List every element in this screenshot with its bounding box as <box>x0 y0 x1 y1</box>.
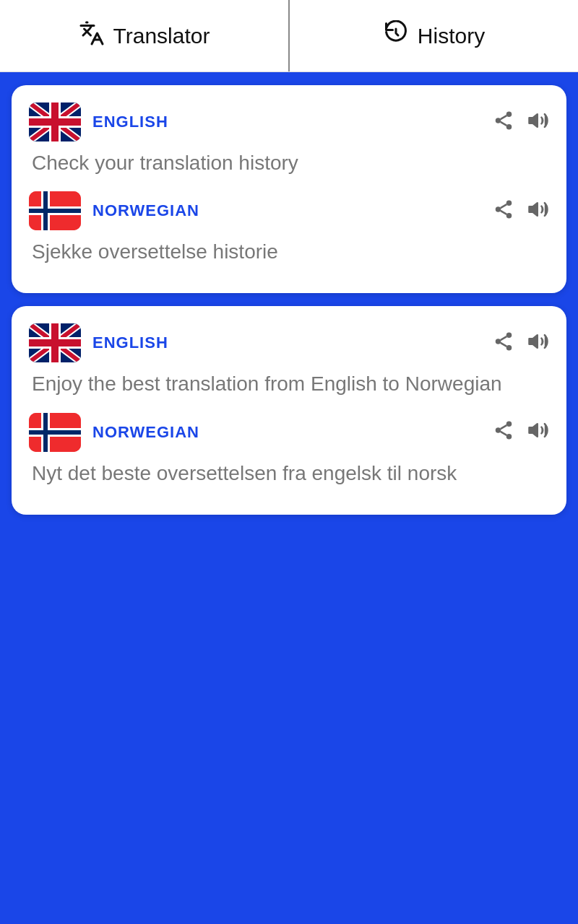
source-lang-label: ENGLISH <box>92 334 481 352</box>
source-section: ENGLISH <box>29 323 549 398</box>
target-share-button[interactable] <box>493 199 514 224</box>
svg-point-21 <box>496 206 501 212</box>
svg-rect-8 <box>29 118 81 126</box>
history-tab-label: History <box>418 24 485 48</box>
no-flag <box>29 191 81 230</box>
svg-point-11 <box>506 124 512 130</box>
content-area: ENGLISH <box>0 72 578 924</box>
source-icons <box>493 331 549 356</box>
svg-point-10 <box>496 118 501 123</box>
svg-line-13 <box>501 116 507 119</box>
uk-flag <box>29 103 81 141</box>
target-section: NORWEGIAN <box>29 191 549 266</box>
svg-point-9 <box>506 111 512 117</box>
svg-rect-34 <box>29 339 81 346</box>
target-text: Nyt det beste oversettelsen fra engelsk … <box>29 459 549 487</box>
source-icons <box>493 110 549 135</box>
svg-point-47 <box>496 427 501 433</box>
source-section: ENGLISH <box>29 103 549 177</box>
app-header: Translator History <box>0 0 578 72</box>
svg-point-37 <box>506 345 512 351</box>
translate-icon <box>79 20 105 52</box>
svg-point-35 <box>506 332 512 338</box>
source-sound-button[interactable] <box>527 110 549 135</box>
svg-line-39 <box>501 336 507 340</box>
target-lang-label: NORWEGIAN <box>92 423 481 442</box>
svg-line-49 <box>501 432 507 435</box>
svg-marker-51 <box>530 424 538 437</box>
translator-tab-label: Translator <box>113 24 210 48</box>
translation-card: ENGLISH <box>12 85 566 293</box>
target-share-button[interactable] <box>493 419 514 445</box>
target-section: NORWEGIAN <box>29 413 549 487</box>
source-text: Enjoy the best translation from English … <box>29 370 549 398</box>
source-share-button[interactable] <box>493 110 514 135</box>
svg-point-48 <box>506 434 512 440</box>
svg-marker-14 <box>530 114 538 127</box>
target-lang-label: NORWEGIAN <box>92 201 481 220</box>
no-flag <box>29 413 81 452</box>
source-share-button[interactable] <box>493 331 514 356</box>
svg-line-50 <box>501 425 507 429</box>
svg-point-22 <box>506 213 512 219</box>
svg-point-36 <box>496 339 501 344</box>
source-lang-row: ENGLISH <box>29 323 549 362</box>
svg-line-12 <box>501 121 507 125</box>
tab-translator[interactable]: Translator <box>0 0 288 71</box>
svg-line-23 <box>501 211 507 214</box>
target-icons <box>493 419 549 445</box>
history-icon <box>383 20 409 52</box>
source-lang-label: ENGLISH <box>92 113 481 131</box>
svg-rect-19 <box>29 209 81 213</box>
target-sound-button[interactable] <box>527 199 549 224</box>
target-lang-row: NORWEGIAN <box>29 191 549 230</box>
target-lang-row: NORWEGIAN <box>29 413 549 452</box>
translation-card: ENGLISH <box>12 306 566 514</box>
svg-point-46 <box>506 422 512 427</box>
target-sound-button[interactable] <box>527 419 549 445</box>
svg-line-38 <box>501 343 507 346</box>
svg-marker-25 <box>530 203 538 216</box>
svg-point-20 <box>506 200 512 206</box>
svg-line-24 <box>501 204 507 208</box>
svg-marker-40 <box>530 335 538 348</box>
tab-history[interactable]: History <box>290 0 578 71</box>
source-lang-row: ENGLISH <box>29 103 549 141</box>
source-sound-button[interactable] <box>527 331 549 356</box>
source-text: Check your translation history <box>29 149 549 177</box>
uk-flag <box>29 323 81 362</box>
target-icons <box>493 199 549 224</box>
target-text: Sjekke oversettelse historie <box>29 237 549 266</box>
svg-rect-45 <box>29 430 81 435</box>
